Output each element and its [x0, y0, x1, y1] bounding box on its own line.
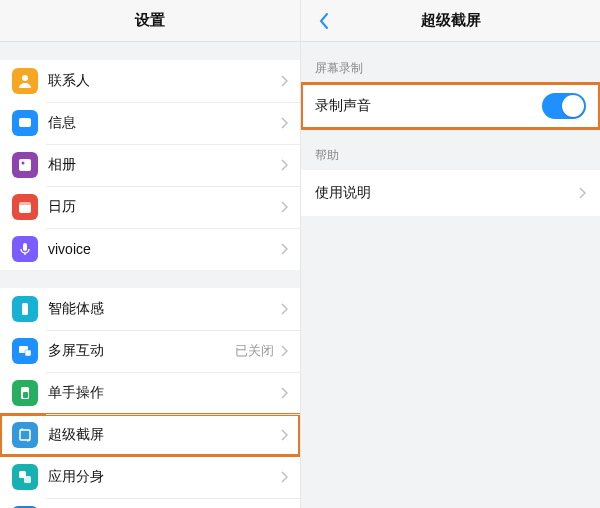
- detail-list: 屏幕录制 录制声音 帮助 使用说明: [301, 42, 600, 508]
- cell-label: vivoice: [48, 241, 280, 257]
- svg-point-3: [22, 162, 25, 165]
- chevron-right-icon: [280, 201, 288, 213]
- messages-icon: [12, 110, 38, 136]
- settings-item-quicklaunch[interactable]: 快捷启动: [0, 498, 300, 508]
- chevron-right-icon: [280, 429, 288, 441]
- chevron-right-icon: [578, 187, 586, 199]
- switch-knob: [562, 95, 584, 117]
- screenshot-icon: [12, 422, 38, 448]
- chevron-right-icon: [280, 159, 288, 171]
- chevron-right-icon: [280, 243, 288, 255]
- section-header: 帮助: [301, 129, 600, 170]
- chevron-right-icon: [280, 303, 288, 315]
- section-group: 使用说明: [301, 170, 600, 216]
- page-title: 超级截屏: [421, 11, 481, 30]
- cell-label: 日历: [48, 198, 280, 216]
- settings-item-vivoice[interactable]: vivoice: [0, 228, 300, 270]
- settings-list: 联系人 信息 相册 日历: [0, 42, 300, 508]
- chevron-right-icon: [280, 117, 288, 129]
- cell-value: 已关闭: [235, 342, 274, 360]
- chevron-right-icon: [280, 345, 288, 357]
- svg-rect-14: [24, 476, 31, 483]
- contacts-icon: [12, 68, 38, 94]
- navbar: 超级截屏: [301, 0, 600, 42]
- page-title: 设置: [135, 11, 165, 30]
- super-screenshot-screen: 超级截屏 屏幕录制 录制声音 帮助 使用说明: [300, 0, 600, 508]
- section-group: 录制声音: [301, 83, 600, 129]
- svg-point-0: [22, 75, 28, 81]
- svg-rect-9: [25, 350, 31, 356]
- motion-icon: [12, 296, 38, 322]
- settings-group: 智能体感 多屏互动 已关闭 单手操作: [0, 288, 300, 508]
- cell-label: 联系人: [48, 72, 280, 90]
- record-sound-switch[interactable]: [542, 93, 586, 119]
- settings-item-calendar[interactable]: 日历: [0, 186, 300, 228]
- svg-rect-2: [19, 159, 31, 171]
- cell-label: 多屏互动: [48, 342, 235, 360]
- cell-label: 相册: [48, 156, 280, 174]
- record-sound-toggle-row[interactable]: 录制声音: [301, 83, 600, 129]
- svg-rect-5: [19, 202, 31, 205]
- svg-rect-7: [22, 303, 28, 315]
- settings-item-contacts[interactable]: 联系人: [0, 60, 300, 102]
- svg-rect-12: [20, 430, 30, 440]
- cell-label: 超级截屏: [48, 426, 280, 444]
- back-button[interactable]: [309, 0, 339, 41]
- svg-rect-6: [23, 243, 27, 251]
- settings-item-motion[interactable]: 智能体感: [0, 288, 300, 330]
- cell-label: 应用分身: [48, 468, 280, 486]
- svg-rect-11: [23, 392, 28, 398]
- settings-item-appclone[interactable]: 应用分身: [0, 456, 300, 498]
- appclone-icon: [12, 464, 38, 490]
- voice-icon: [12, 236, 38, 262]
- section-header: 屏幕录制: [301, 42, 600, 83]
- cell-label: 使用说明: [315, 184, 578, 202]
- usage-instructions-row[interactable]: 使用说明: [301, 170, 600, 216]
- settings-screen: 设置 联系人 信息 相册: [0, 0, 300, 508]
- cell-label: 单手操作: [48, 384, 280, 402]
- cell-label: 录制声音: [315, 97, 542, 115]
- cell-label: 智能体感: [48, 300, 280, 318]
- navbar: 设置: [0, 0, 300, 42]
- settings-item-onehand[interactable]: 单手操作: [0, 372, 300, 414]
- settings-item-messages[interactable]: 信息: [0, 102, 300, 144]
- chevron-right-icon: [280, 75, 288, 87]
- settings-group: 联系人 信息 相册 日历: [0, 60, 300, 270]
- onehand-icon: [12, 380, 38, 406]
- chevron-right-icon: [280, 471, 288, 483]
- multiscreen-icon: [12, 338, 38, 364]
- svg-rect-1: [19, 118, 31, 127]
- cell-label: 信息: [48, 114, 280, 132]
- settings-item-gallery[interactable]: 相册: [0, 144, 300, 186]
- gallery-icon: [12, 152, 38, 178]
- settings-item-multiscreen[interactable]: 多屏互动 已关闭: [0, 330, 300, 372]
- chevron-right-icon: [280, 387, 288, 399]
- settings-item-super-screenshot[interactable]: 超级截屏: [0, 414, 300, 456]
- calendar-icon: [12, 194, 38, 220]
